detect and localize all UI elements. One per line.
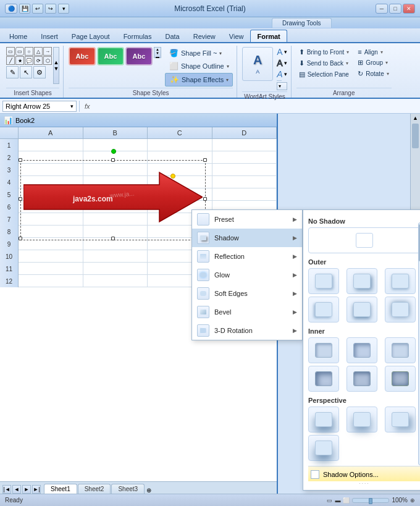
tab-insert[interactable]: Insert bbox=[34, 30, 65, 42]
shadow-outer-3[interactable] bbox=[385, 268, 416, 294]
shadow-persp-2[interactable] bbox=[346, 407, 377, 432]
tab-view[interactable]: View bbox=[222, 30, 251, 42]
close-btn[interactable]: ✕ bbox=[403, 4, 415, 14]
menu-item-soft-edges[interactable]: Soft Edges ▶ bbox=[192, 284, 302, 303]
drawing-tools-label[interactable]: Drawing Tools bbox=[272, 18, 332, 28]
name-box[interactable]: Right Arrow 25 ▾ bbox=[2, 101, 77, 112]
sheet-tab-3[interactable]: Sheet3 bbox=[111, 484, 145, 494]
scroll-thumb[interactable] bbox=[412, 124, 419, 148]
shape-tools-btn[interactable]: ⚙ bbox=[33, 66, 46, 78]
edit-shapes-btn[interactable]: ✎ bbox=[6, 66, 19, 78]
shape-fill-btn[interactable]: 🪣 Shape Fill ~ ▾ bbox=[165, 47, 233, 59]
shadow-none[interactable] bbox=[308, 227, 420, 253]
menu-item-glow[interactable]: Glow ▶ bbox=[192, 266, 302, 284]
shadow-outer-6[interactable] bbox=[385, 297, 416, 323]
shadow-inner-3[interactable] bbox=[385, 337, 416, 363]
shape-styles-scroll[interactable]: ▲ ▼ ▬ bbox=[154, 47, 161, 58]
text-effects-btn[interactable]: A ▾ bbox=[277, 69, 287, 79]
sheet-last-btn[interactable]: ►| bbox=[32, 485, 41, 494]
shadow-outer-2[interactable] bbox=[346, 268, 377, 294]
shadow-outer-5[interactable] bbox=[346, 297, 377, 323]
text-fill-btn[interactable]: A ▾ bbox=[277, 47, 287, 57]
minimize-btn[interactable]: ─ bbox=[376, 4, 388, 14]
text-outline-btn[interactable]: A ▾ bbox=[277, 58, 287, 68]
redo-btn[interactable]: ↪ bbox=[45, 4, 56, 14]
shape-effects-btn[interactable]: ✨ Shape Effects ▾ bbox=[165, 73, 233, 86]
col-c[interactable]: C bbox=[148, 127, 212, 138]
shape-line[interactable]: ╱ bbox=[6, 56, 15, 65]
tab-home[interactable]: Home bbox=[2, 30, 34, 42]
shape-oval[interactable]: ○ bbox=[25, 47, 33, 56]
selection-cursor-btn[interactable]: ↖ bbox=[20, 66, 32, 78]
shadow-persp-4[interactable] bbox=[308, 435, 339, 461]
undo-btn[interactable]: ↩ bbox=[32, 4, 43, 14]
shape-style-purple[interactable]: Abc bbox=[125, 47, 153, 65]
shadow-inner-6[interactable] bbox=[385, 366, 416, 392]
shadow-outer-4[interactable] bbox=[308, 297, 339, 323]
name-box-arrow[interactable]: ▾ bbox=[70, 103, 74, 109]
shape-styles-content: Abc Abc Abc ▲ ▼ ▬ 🪣 Shape Fill ~ ▾ ⬜ Sha… bbox=[69, 46, 233, 88]
shape-outline-btn[interactable]: ⬜ Shape Outline ▾ bbox=[165, 60, 233, 72]
sheet-tab-2[interactable]: Sheet2 bbox=[78, 484, 111, 494]
wordart-scroll[interactable]: ▾ bbox=[277, 82, 287, 90]
menu-item-shadow[interactable]: Shadow ▶ bbox=[192, 229, 302, 247]
col-b[interactable]: B bbox=[83, 127, 148, 138]
restore-btn[interactable]: □ bbox=[389, 4, 401, 14]
reflection-icon bbox=[197, 250, 209, 263]
view-break-btn[interactable]: ⬜ bbox=[343, 497, 350, 504]
send-to-back-btn[interactable]: ⬇ Send to Back ▾ bbox=[296, 58, 352, 69]
zoom-in-btn[interactable]: ⊕ bbox=[410, 497, 415, 504]
tab-format[interactable]: Format bbox=[250, 30, 287, 42]
sheet-insert-btn[interactable]: ⊕ bbox=[146, 487, 151, 494]
shape-star[interactable]: ★ bbox=[15, 56, 24, 65]
formula-sep bbox=[79, 101, 80, 112]
shape-arrow[interactable]: → bbox=[43, 47, 52, 56]
shape-freeform[interactable]: ⟳ bbox=[34, 56, 43, 65]
sheet-prev-btn[interactable]: ◄ bbox=[12, 485, 21, 494]
bring-to-front-btn[interactable]: ⬆ Bring to Front ▾ bbox=[296, 47, 352, 57]
zoom-thumb[interactable] bbox=[369, 498, 372, 504]
shadow-inner-1[interactable] bbox=[308, 337, 339, 363]
tab-formulas[interactable]: Formulas bbox=[117, 30, 159, 42]
preset-arrow: ▶ bbox=[293, 216, 297, 222]
sheet-tab-1[interactable]: Sheet1 bbox=[44, 484, 77, 494]
sheet-next-btn[interactable]: ► bbox=[22, 485, 31, 494]
menu-item-preset[interactable]: Preset ▶ bbox=[192, 210, 302, 229]
soft-edges-arrow: ▶ bbox=[293, 290, 297, 297]
shadow-outer-1[interactable] bbox=[308, 268, 339, 294]
shape-triangle[interactable]: △ bbox=[34, 47, 43, 56]
shape-callout[interactable]: 💬 bbox=[25, 56, 33, 65]
shapes-scroll-up[interactable]: ▲▼ bbox=[53, 47, 59, 84]
shadow-inner-4[interactable] bbox=[308, 366, 339, 392]
col-a[interactable]: A bbox=[19, 127, 83, 138]
selection-pane-btn[interactable]: ▤ Selection Pane bbox=[296, 69, 352, 80]
shape-style-red[interactable]: Abc bbox=[69, 47, 96, 65]
view-layout-btn[interactable]: ▬ bbox=[335, 497, 340, 504]
align-btn[interactable]: ≡ Align ▾ bbox=[355, 47, 391, 57]
shadow-options-bar[interactable]: Shadow Options... bbox=[308, 466, 420, 481]
sheet-first-btn[interactable]: |◄ bbox=[2, 485, 11, 494]
col-d[interactable]: D bbox=[212, 127, 277, 138]
office-button[interactable]: 🔵 bbox=[5, 4, 17, 14]
tab-review[interactable]: Review bbox=[187, 30, 222, 42]
tab-page-layout[interactable]: Page Layout bbox=[65, 30, 117, 42]
shape-rounded-rect[interactable]: ▭ bbox=[15, 47, 24, 56]
shadow-persp-1[interactable] bbox=[308, 407, 339, 432]
menu-item-reflection[interactable]: Reflection ▶ bbox=[192, 247, 302, 266]
tab-data[interactable]: Data bbox=[158, 30, 186, 42]
shadow-inner-2[interactable] bbox=[346, 337, 377, 363]
scroll-up-btn[interactable]: ▲ bbox=[411, 114, 420, 122]
customize-btn[interactable]: ▾ bbox=[58, 4, 69, 14]
rotate-btn[interactable]: ↻ Rotate ▾ bbox=[355, 69, 391, 79]
view-normal-btn[interactable]: ▭ bbox=[327, 497, 332, 504]
menu-item-bevel[interactable]: Bevel ▶ bbox=[192, 303, 302, 321]
shadow-persp-3[interactable] bbox=[385, 407, 416, 432]
group-btn[interactable]: ⊞ Group ▾ bbox=[355, 57, 391, 68]
shadow-inner-5[interactable] bbox=[346, 366, 377, 392]
save-btn[interactable]: 💾 bbox=[19, 4, 30, 14]
shape-rect[interactable]: ▭ bbox=[6, 47, 15, 56]
menu-item-3d-rotation[interactable]: 3-D Rotation ▶ bbox=[192, 321, 302, 340]
shape-style-green[interactable]: Abc bbox=[97, 47, 124, 65]
zoom-slider[interactable] bbox=[352, 498, 389, 503]
shape-action[interactable]: ⬡ bbox=[43, 56, 52, 65]
